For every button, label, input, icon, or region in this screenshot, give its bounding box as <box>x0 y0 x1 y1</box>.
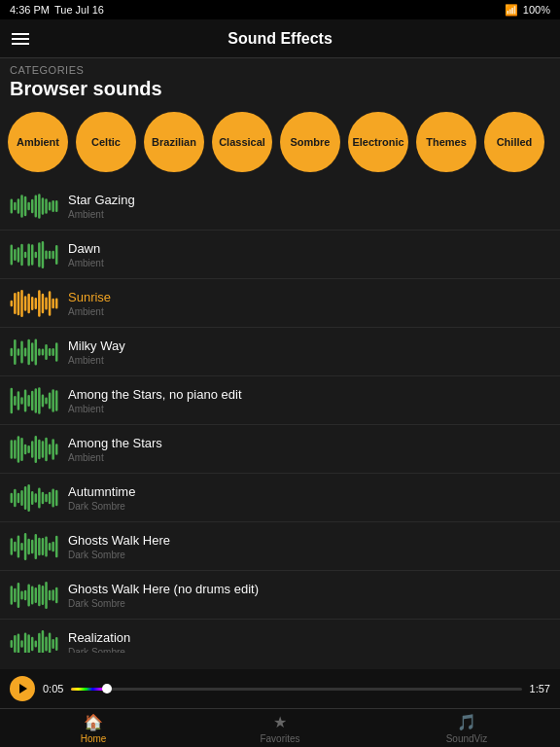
status-time: 4:36 PM <box>10 4 50 16</box>
track-info: Milky WayAmbient <box>68 338 550 366</box>
nav-bar: Sound Effects <box>0 19 560 58</box>
track-category: Dark Sombre <box>68 550 550 560</box>
track-waveform <box>10 531 58 562</box>
track-item[interactable]: RealizationDark Sombre <box>0 620 560 653</box>
wifi-icon: 📶 <box>505 4 518 17</box>
track-name: Ghosts Walk Here (no drums edit) <box>68 582 550 596</box>
track-info: SunriseAmbient <box>68 290 550 317</box>
track-waveform <box>10 288 58 319</box>
category-bubble-celtic[interactable]: Celtic <box>76 112 136 172</box>
category-bubble-electronic[interactable]: Electronic <box>348 112 408 172</box>
track-item[interactable]: Ghosts Walk HereDark Sombre <box>0 522 560 571</box>
track-item[interactable]: Among the Stars, no piano editAmbient <box>0 376 560 425</box>
track-info: DawnAmbient <box>68 241 550 268</box>
browser-title: Browser sounds <box>0 76 560 106</box>
track-waveform <box>10 191 58 222</box>
track-waveform <box>10 385 58 416</box>
track-info: Among the Stars, no piano editAmbient <box>68 387 550 414</box>
tab-soundviz[interactable]: 🎵SoundViz <box>373 709 560 747</box>
category-bubble-chilled[interactable]: Chilled <box>484 112 544 172</box>
track-category: Ambient <box>68 306 550 317</box>
track-item[interactable]: Milky WayAmbient <box>0 328 560 376</box>
tab-home[interactable]: 🏠Home <box>0 709 187 747</box>
track-waveform <box>10 580 58 611</box>
track-category: Ambient <box>68 404 550 414</box>
battery-label: 100% <box>523 4 550 16</box>
tab-favorites[interactable]: ★Favorites <box>187 709 373 747</box>
track-waveform <box>10 239 58 270</box>
track-name: Sunrise <box>68 290 550 304</box>
track-info: RealizationDark Sombre <box>68 630 550 654</box>
total-time: 1:57 <box>530 683 550 694</box>
categories-scroll: AmbientCelticBrazilianClassicalSombreEle… <box>0 106 560 182</box>
track-name: Realization <box>68 630 550 645</box>
tab-bar: 🏠Home★Favorites🎵SoundViz <box>0 708 560 747</box>
track-name: Autumntime <box>68 484 550 499</box>
track-item[interactable]: Among the StarsAmbient <box>0 425 560 474</box>
category-bubble-brazilian[interactable]: Brazilian <box>144 112 204 172</box>
track-item[interactable]: AutumntimeDark Sombre <box>0 474 560 522</box>
track-item[interactable]: SunriseAmbient <box>0 279 560 328</box>
track-name: Star Gazing <box>68 193 550 207</box>
category-bubble-themes[interactable]: Themes <box>416 112 476 172</box>
status-right: 📶 100% <box>505 4 550 17</box>
status-left: 4:36 PM Tue Jul 16 <box>10 4 104 16</box>
track-info: Ghosts Walk HereDark Sombre <box>68 533 550 560</box>
tab-icon-soundviz: 🎵 <box>457 713 476 731</box>
category-bubble-sombre[interactable]: Sombre <box>280 112 340 172</box>
track-name: Dawn <box>68 241 550 256</box>
track-category: Ambient <box>68 209 550 220</box>
status-date: Tue Jul 16 <box>54 4 104 16</box>
progress-bar[interactable] <box>71 688 521 691</box>
track-item[interactable]: Star GazingAmbient <box>0 182 560 231</box>
track-waveform <box>10 628 58 654</box>
track-item[interactable]: DawnAmbient <box>0 231 560 279</box>
track-category: Ambient <box>68 355 550 366</box>
category-bubble-classical[interactable]: Classical <box>212 112 272 172</box>
track-name: Among the Stars, no piano edit <box>68 387 550 402</box>
track-info: Star GazingAmbient <box>68 193 550 220</box>
categories-label: CATEGORIES <box>0 58 560 76</box>
track-name: Among the Stars <box>68 436 550 450</box>
tab-label-soundviz: SoundViz <box>446 733 488 744</box>
menu-button[interactable] <box>12 33 29 45</box>
track-category: Dark Sombre <box>68 501 550 512</box>
player-bar: 0:05 1:57 <box>0 669 560 708</box>
tab-label-favorites: Favorites <box>260 733 299 744</box>
progress-thumb <box>102 684 112 694</box>
track-list: Star GazingAmbientDawnAmbientSunriseAmbi… <box>0 182 560 653</box>
tab-label-home: Home <box>81 733 107 744</box>
track-category: Dark Sombre <box>68 598 550 609</box>
track-name: Milky Way <box>68 338 550 353</box>
track-item[interactable]: Ghosts Walk Here (no drums edit)Dark Som… <box>0 571 560 620</box>
track-waveform <box>10 434 58 465</box>
track-info: Among the StarsAmbient <box>68 436 550 463</box>
nav-title: Sound Effects <box>228 30 332 48</box>
track-waveform <box>10 337 58 368</box>
track-info: AutumntimeDark Sombre <box>68 484 550 512</box>
tab-icon-home: 🏠 <box>84 713 103 731</box>
track-info: Ghosts Walk Here (no drums edit)Dark Som… <box>68 582 550 609</box>
play-button[interactable] <box>10 676 35 701</box>
category-bubble-ambient[interactable]: Ambient <box>8 112 68 172</box>
track-waveform <box>10 482 58 514</box>
track-category: Dark Sombre <box>68 647 550 654</box>
track-name: Ghosts Walk Here <box>68 533 550 548</box>
track-category: Ambient <box>68 258 550 268</box>
current-time: 0:05 <box>43 683 63 694</box>
track-category: Ambient <box>68 452 550 463</box>
status-bar: 4:36 PM Tue Jul 16 📶 100% <box>0 0 560 19</box>
tab-icon-favorites: ★ <box>273 713 287 731</box>
